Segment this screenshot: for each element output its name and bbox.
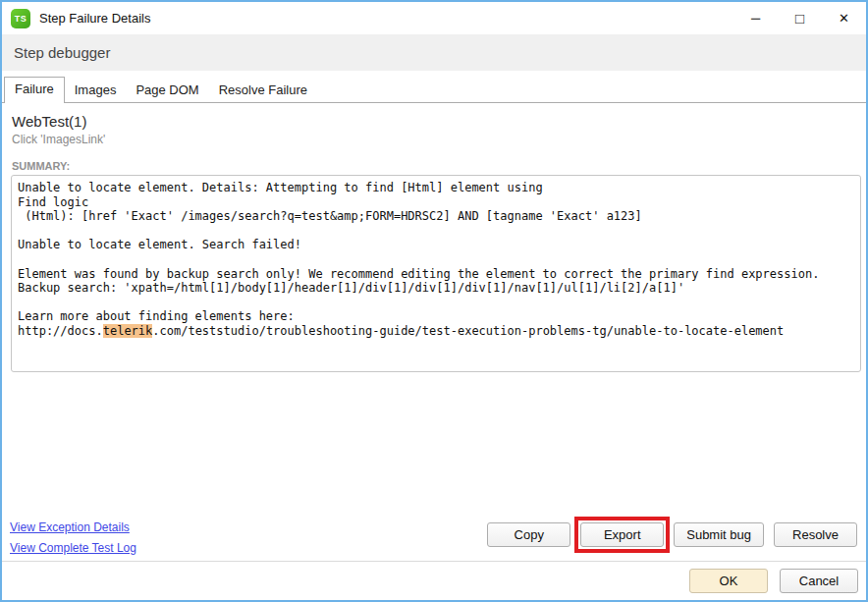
annotation-highlight-box: Export <box>574 517 670 553</box>
summary-line: Element was found by backup search only!… <box>18 267 854 282</box>
summary-line: Learn more about finding elements here: <box>18 309 854 324</box>
view-complete-test-log-link[interactable]: View Complete Test Log <box>10 541 136 555</box>
resolve-button[interactable]: Resolve <box>774 522 857 547</box>
minimize-icon[interactable]: ─ <box>733 2 778 34</box>
summary-line: Backup search: 'xpath=/html[1]/body[1]/h… <box>18 281 854 296</box>
window-controls: ─ □ ✕ <box>733 2 866 34</box>
tab-bar: Failure Images Page DOM Resolve Failure <box>2 71 866 103</box>
ok-button[interactable]: OK <box>689 569 768 593</box>
summary-line-url: http://docs.telerik.com/teststudio/troub… <box>18 324 854 339</box>
step-debugger-header: Step debugger <box>2 34 866 71</box>
url-search-highlight: telerik <box>103 324 153 338</box>
url-prefix: http://docs. <box>18 324 103 338</box>
summary-label: SUMMARY: <box>12 160 858 172</box>
summary-line: Unable to locate element. Details: Attem… <box>18 181 854 195</box>
summary-line: Unable to locate element. Search failed! <box>18 238 854 252</box>
tab-failure[interactable]: Failure <box>4 77 65 103</box>
title-bar: TS Step Failure Details ─ □ ✕ <box>2 2 866 34</box>
summary-line: (Html): [href 'Exact' /images/search?q=t… <box>18 209 854 224</box>
step-debugger-title: Step debugger <box>14 44 110 61</box>
summary-line <box>18 252 854 267</box>
dialog-footer: OK Cancel <box>2 561 866 600</box>
failure-tab-content: WebTest(1) Click 'ImagesLink' SUMMARY: U… <box>2 103 866 561</box>
action-button-row: Copy Export Submit bug Resolve <box>487 522 857 547</box>
bottom-links: View Exception Details View Complete Tes… <box>10 514 136 555</box>
view-exception-details-link[interactable]: View Exception Details <box>10 520 136 534</box>
maximize-icon[interactable]: □ <box>778 2 822 34</box>
url-suffix: .com/teststudio/troubleshooting-guide/te… <box>152 324 784 338</box>
tab-resolve-failure[interactable]: Resolve Failure <box>209 79 317 102</box>
submit-bug-button[interactable]: Submit bug <box>674 522 764 547</box>
tab-page-dom[interactable]: Page DOM <box>126 79 208 102</box>
summary-line <box>18 296 854 310</box>
summary-textbox[interactable]: Unable to locate element. Details: Attem… <box>11 175 861 372</box>
summary-line <box>18 224 854 239</box>
cancel-button[interactable]: Cancel <box>780 569 858 593</box>
close-icon[interactable]: ✕ <box>822 2 866 34</box>
test-name: WebTest(1) <box>12 113 858 130</box>
step-description: Click 'ImagesLink' <box>12 133 858 146</box>
tab-images[interactable]: Images <box>65 79 127 102</box>
test-studio-app-icon: TS <box>11 9 30 28</box>
window-title: Step Failure Details <box>39 11 150 26</box>
summary-line: Find logic <box>18 195 854 210</box>
export-button[interactable]: Export <box>580 522 664 547</box>
step-failure-details-dialog: TS Step Failure Details ─ □ ✕ Step debug… <box>0 0 868 602</box>
copy-button[interactable]: Copy <box>487 522 570 547</box>
